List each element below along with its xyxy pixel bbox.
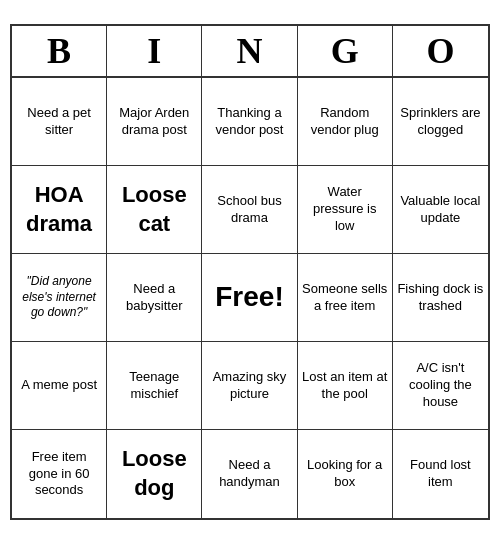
bingo-cell-0[interactable]: Need a pet sitter bbox=[12, 78, 107, 166]
bingo-cell-17[interactable]: Amazing sky picture bbox=[202, 342, 297, 430]
bingo-cell-20[interactable]: Free item gone in 60 seconds bbox=[12, 430, 107, 518]
bingo-cell-6[interactable]: Loose cat bbox=[107, 166, 202, 254]
header-letter-i: I bbox=[107, 26, 202, 76]
bingo-card: BINGO Need a pet sitterMajor Arden drama… bbox=[10, 24, 490, 520]
header-letter-b: B bbox=[12, 26, 107, 76]
header-letter-n: N bbox=[202, 26, 297, 76]
bingo-cell-23[interactable]: Looking for a box bbox=[298, 430, 393, 518]
bingo-cell-24[interactable]: Found lost item bbox=[393, 430, 488, 518]
bingo-cell-10[interactable]: "Did anyone else's internet go down?" bbox=[12, 254, 107, 342]
bingo-cell-5[interactable]: HOA drama bbox=[12, 166, 107, 254]
bingo-cell-9[interactable]: Valuable local update bbox=[393, 166, 488, 254]
bingo-cell-2[interactable]: Thanking a vendor post bbox=[202, 78, 297, 166]
bingo-cell-13[interactable]: Someone sells a free item bbox=[298, 254, 393, 342]
bingo-cell-11[interactable]: Need a babysitter bbox=[107, 254, 202, 342]
bingo-cell-4[interactable]: Sprinklers are clogged bbox=[393, 78, 488, 166]
bingo-cell-14[interactable]: Fishing dock is trashed bbox=[393, 254, 488, 342]
bingo-cell-22[interactable]: Need a handyman bbox=[202, 430, 297, 518]
bingo-grid: Need a pet sitterMajor Arden drama postT… bbox=[12, 78, 488, 518]
bingo-cell-15[interactable]: A meme post bbox=[12, 342, 107, 430]
bingo-cell-7[interactable]: School bus drama bbox=[202, 166, 297, 254]
bingo-cell-18[interactable]: Lost an item at the pool bbox=[298, 342, 393, 430]
bingo-header: BINGO bbox=[12, 26, 488, 78]
bingo-cell-8[interactable]: Water pressure is low bbox=[298, 166, 393, 254]
bingo-cell-16[interactable]: Teenage mischief bbox=[107, 342, 202, 430]
bingo-cell-1[interactable]: Major Arden drama post bbox=[107, 78, 202, 166]
bingo-cell-19[interactable]: A/C isn't cooling the house bbox=[393, 342, 488, 430]
header-letter-o: O bbox=[393, 26, 488, 76]
bingo-cell-3[interactable]: Random vendor plug bbox=[298, 78, 393, 166]
bingo-cell-12[interactable]: Free! bbox=[202, 254, 297, 342]
bingo-cell-21[interactable]: Loose dog bbox=[107, 430, 202, 518]
header-letter-g: G bbox=[298, 26, 393, 76]
